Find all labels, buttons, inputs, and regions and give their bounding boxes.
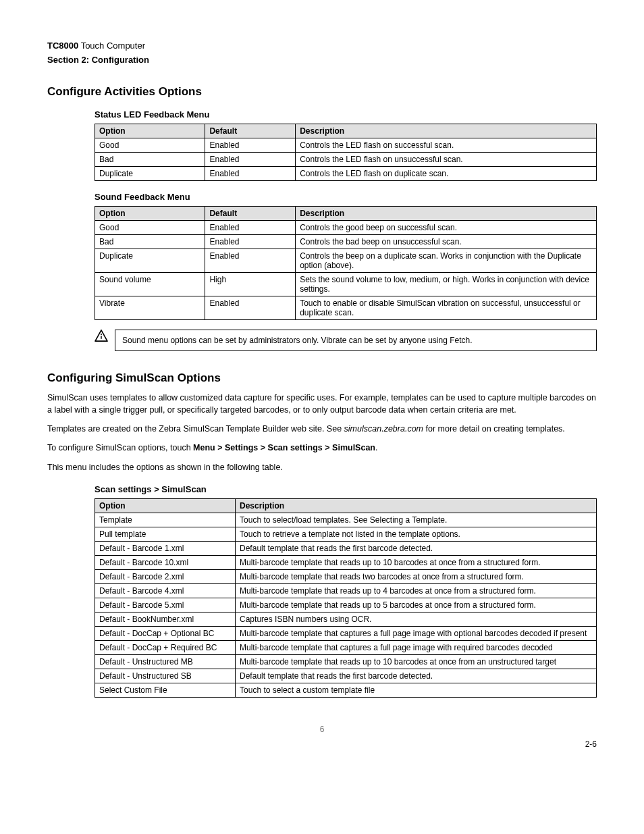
table-row: Default - Barcode 10.xmlMulti-barcode te… [95,555,597,569]
simulscan-link[interactable]: simulscan.zebra.com [344,424,423,434]
table-row: Default - Barcode 5.xmlMulti-barcode tem… [95,598,597,612]
status-led-table: Option Default Description GoodEnabledCo… [95,124,597,181]
svg-rect-1 [101,336,101,339]
col-description: Description [296,124,597,138]
col-description: Description [296,207,597,221]
menu-path: Menu > Settings > Scan settings > SimulS… [193,443,375,452]
svg-point-0 [101,334,102,335]
sound-feedback-table: Option Default Description GoodEnabledCo… [95,206,597,320]
notice-text: Sound menu options can be set by adminis… [115,330,597,351]
table-row: Default - DocCap + Optional BCMulti-barc… [95,626,597,640]
table-row: GoodEnabledControls the good beep on suc… [95,221,597,235]
table-row: Sound volumeHighSets the sound volume to… [95,273,597,296]
section-path: Section 2: Configuration [47,55,597,65]
table-row: DuplicateEnabledControls the beep on a d… [95,249,597,273]
table-row: VibrateEnabledTouch to enable or disable… [95,296,597,320]
simulscan-table: Option Description TemplateTouch to sele… [95,498,597,698]
table2-caption: Sound Feedback Menu [95,192,597,202]
col-option: Option [95,498,236,513]
table-row: DuplicateEnabledControls the LED flash o… [95,167,597,181]
para2-pre: Templates are created on the Zebra Simul… [47,424,344,434]
table-row: Default - Barcode 4.xmlMulti-barcode tem… [95,583,597,598]
table1-caption: Status LED Feedback Menu [95,109,597,120]
table-row: GoodEnabledControls the LED flash on suc… [95,138,597,153]
model-name: TC8000 [47,41,78,51]
para4: This menu includes the options as shown … [47,461,597,473]
table-row: BadEnabledControls the LED flash on unsu… [95,153,597,167]
page-number-center: 6 [47,725,597,734]
table-row: Option Default Description [95,124,597,138]
configuring-simulscan-heading: Configuring SimulScan Options [47,371,597,385]
col-option: Option [95,207,205,221]
col-default: Default [205,207,296,221]
table-row: Default - DocCap + Required BCMulti-barc… [95,640,597,654]
para1: SimulScan uses templates to allow custom… [47,392,597,416]
table-row: Select Custom FileTouch to select a cust… [95,683,597,697]
para3-post: . [375,443,377,452]
col-description: Description [236,498,597,513]
table3-caption: Scan settings > SimulScan [95,484,597,494]
table-row: Option Default Description [95,207,597,221]
table-row: TemplateTouch to select/load templates. … [95,513,597,527]
table-row: BadEnabledControls the bad beep on unsuc… [95,235,597,249]
table-row: Pull templateTouch to retrieve a templat… [95,527,597,541]
table-row: Default - BookNumber.xmlCaptures ISBN nu… [95,612,597,626]
table-row: Default - Unstructured SBDefault templat… [95,669,597,683]
para2-post: for more detail on creating templates. [423,424,565,434]
table-row: Option Description [95,498,597,513]
table-row: Default - Barcode 2.xmlMulti-barcode tem… [95,569,597,583]
table-row: Default - Barcode 1.xmlDefault template … [95,541,597,555]
col-option: Option [95,124,205,138]
page-number-right: 2-6 [47,739,597,749]
model-suffix: Touch Computer [78,41,145,51]
table-row: Default - Unstructured MBMulti-barcode t… [95,654,597,669]
para3-pre: To configure SimulScan options, touch [47,443,193,452]
info-icon [95,330,108,342]
configure-activities-heading: Configure Activities Options [47,85,597,99]
col-default: Default [205,124,296,138]
